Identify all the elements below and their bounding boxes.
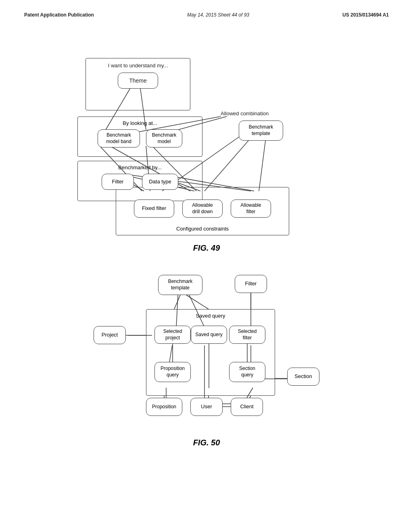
header-center: May 14, 2015 Sheet 44 of 93 [187,12,249,18]
fig50-diagram: Benchmarktemplate Filter Project Saved q… [53,265,360,434]
theme-box: Theme [118,73,158,89]
allowable-filter-box: Allowablefilter [231,200,271,218]
proposition-query-label: Propositionquery [161,366,185,378]
benchmark-model-band-label: Benchmarkmodel band [106,132,131,145]
user-box: User [190,398,223,416]
saved-query-outer-box: Saved query Selectedproject Saved query … [146,309,275,396]
saved-query-inner-label: Saved query [195,332,222,338]
page: Patent Application Publication May 14, 2… [0,0,413,532]
fixed-filter-box: Fixed filter [134,200,174,218]
selected-project-label: Selectedproject [163,328,182,341]
benchmark-model-band-box: Benchmarkmodel band [98,129,140,148]
allowed-combination-label: Allowed combination [221,110,269,116]
fig50-benchmark-template-box: Benchmarktemplate [158,275,202,295]
section-query-label: Sectionquery [239,366,255,378]
fig50-inner-lines [146,310,275,395]
benchmark-template-label: Benchmarktemplate [249,124,273,137]
data-type-box: Data type [142,174,178,190]
want-to-box: I want to understand my... Theme [86,58,190,110]
saved-query-inner-box: Saved query [191,326,227,344]
fig50-benchmark-template-label: Benchmarktemplate [168,278,193,291]
fig50-filter-label: Filter [245,281,257,287]
proposition-query-box: Propositionquery [154,362,191,382]
selected-filter-label: Selectedfilter [238,328,257,341]
user-label: User [201,403,212,410]
fig50-label: FIG. 50 [24,438,389,447]
fixed-filter-label: Fixed filter [142,205,166,212]
section-query-box: Sectionquery [229,362,265,382]
theme-label: Theme [129,77,147,84]
project-label: Project [102,332,118,339]
project-box: Project [94,326,126,344]
fig50-filter-box: Filter [235,275,267,293]
filter-label: Filter [112,179,124,185]
proposition-label: Proposition [152,404,176,410]
allowable-drill-down-label: Allowabledrill down [192,202,213,215]
client-label: Client [240,403,253,410]
header-right: US 2015/0134694 A1 [342,12,389,18]
benchmark-model-box: Benchmarkmodel [146,129,182,148]
header-left: Patent Application Publication [24,12,94,18]
benchmark-model-label: Benchmarkmodel [152,132,177,145]
want-to-label: I want to understand my... [108,62,168,69]
client-box: Client [231,398,263,416]
allowable-filter-label: Allowablefilter [240,202,261,215]
selected-filter-box: Selectedfilter [229,326,265,344]
proposition-box: Proposition [146,398,182,416]
filter-box: Filter [102,174,134,190]
data-type-label: Data type [149,179,171,185]
fig49-diagram: I want to understand my... Theme By look… [53,38,360,239]
section-box: Section [287,368,319,386]
selected-project-box: Selectedproject [154,326,191,344]
allowable-drill-down-box: Allowabledrill down [182,200,223,218]
fig49-label: FIG. 49 [24,243,389,253]
benchmark-template-box: Benchmarktemplate [239,121,283,141]
page-header: Patent Application Publication May 14, 2… [24,8,389,26]
section-label: Section [294,373,312,380]
